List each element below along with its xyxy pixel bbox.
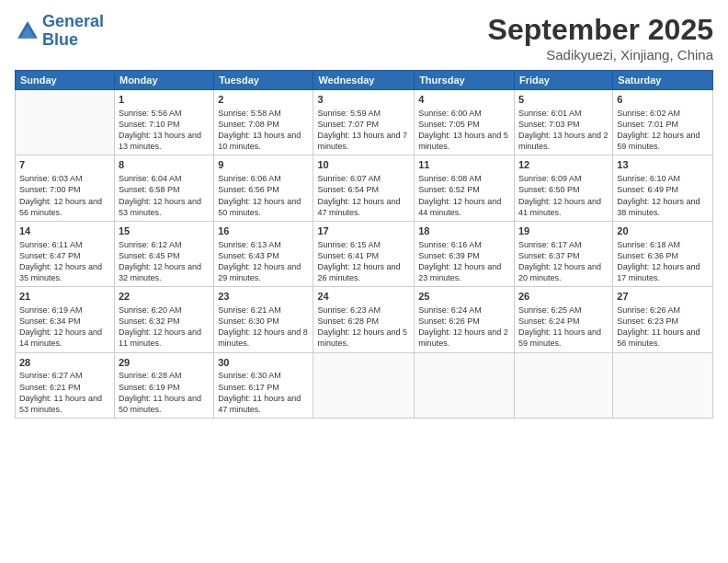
day-number: 10 bbox=[317, 158, 410, 172]
day-number: 19 bbox=[518, 224, 609, 238]
calendar-day: 7Sunrise: 6:03 AMSunset: 7:00 PMDaylight… bbox=[16, 155, 115, 221]
day-info: Sunrise: 6:15 AMSunset: 6:41 PMDaylight:… bbox=[317, 239, 410, 284]
day-info: Sunrise: 6:06 AMSunset: 6:56 PMDaylight:… bbox=[218, 173, 309, 218]
day-number: 25 bbox=[418, 290, 510, 304]
logo-line2: Blue bbox=[42, 30, 78, 49]
calendar-day: 23Sunrise: 6:21 AMSunset: 6:30 PMDayligh… bbox=[214, 287, 313, 352]
calendar-day: 18Sunrise: 6:16 AMSunset: 6:39 PMDayligh… bbox=[415, 221, 515, 286]
day-info: Sunrise: 6:10 AMSunset: 6:49 PMDaylight:… bbox=[617, 173, 709, 218]
day-number: 22 bbox=[119, 290, 210, 304]
title-block: September 2025 Sadikyuezi, Xinjiang, Chi… bbox=[488, 13, 713, 63]
calendar-week-2: 14Sunrise: 6:11 AMSunset: 6:47 PMDayligh… bbox=[16, 221, 713, 286]
calendar-header-thursday: Thursday bbox=[415, 71, 515, 90]
day-info: Sunrise: 6:11 AMSunset: 6:47 PMDaylight:… bbox=[19, 239, 110, 284]
day-number: 17 bbox=[317, 224, 410, 238]
day-info: Sunrise: 6:18 AMSunset: 6:36 PMDaylight:… bbox=[617, 239, 709, 284]
day-number: 1 bbox=[119, 93, 210, 107]
calendar-week-0: 1Sunrise: 5:56 AMSunset: 7:10 PMDaylight… bbox=[16, 90, 713, 155]
calendar-day: 1Sunrise: 5:56 AMSunset: 7:10 PMDaylight… bbox=[114, 90, 213, 155]
day-info: Sunrise: 6:20 AMSunset: 6:32 PMDaylight:… bbox=[119, 304, 210, 350]
calendar-day: 22Sunrise: 6:20 AMSunset: 6:32 PMDayligh… bbox=[114, 287, 213, 352]
header: General Blue September 2025 Sadikyuezi, … bbox=[15, 13, 713, 63]
calendar-day bbox=[415, 352, 515, 418]
day-number: 24 bbox=[317, 290, 410, 304]
day-info: Sunrise: 6:04 AMSunset: 6:58 PMDaylight:… bbox=[119, 173, 210, 218]
calendar-day: 16Sunrise: 6:13 AMSunset: 6:43 PMDayligh… bbox=[214, 221, 313, 286]
day-info: Sunrise: 6:28 AMSunset: 6:19 PMDaylight:… bbox=[119, 370, 210, 415]
day-number: 13 bbox=[617, 158, 709, 172]
calendar-header-sunday: Sunday bbox=[16, 71, 115, 90]
calendar-day: 9Sunrise: 6:06 AMSunset: 6:56 PMDaylight… bbox=[214, 155, 313, 221]
location: Sadikyuezi, Xinjiang, China bbox=[488, 47, 713, 63]
calendar-day: 11Sunrise: 6:08 AMSunset: 6:52 PMDayligh… bbox=[415, 155, 515, 221]
calendar-day: 13Sunrise: 6:10 AMSunset: 6:49 PMDayligh… bbox=[613, 155, 713, 221]
day-number: 30 bbox=[218, 356, 309, 370]
calendar-day: 15Sunrise: 6:12 AMSunset: 6:45 PMDayligh… bbox=[114, 221, 213, 286]
day-number: 2 bbox=[218, 93, 309, 107]
day-info: Sunrise: 6:00 AMSunset: 7:05 PMDaylight:… bbox=[418, 108, 510, 153]
day-number: 16 bbox=[218, 224, 309, 238]
day-number: 27 bbox=[617, 290, 709, 304]
calendar-day: 27Sunrise: 6:26 AMSunset: 6:23 PMDayligh… bbox=[613, 287, 713, 352]
calendar-week-3: 21Sunrise: 6:19 AMSunset: 6:34 PMDayligh… bbox=[16, 287, 713, 352]
day-number: 23 bbox=[218, 290, 309, 304]
day-number: 26 bbox=[518, 290, 609, 304]
day-info: Sunrise: 6:23 AMSunset: 6:28 PMDaylight:… bbox=[317, 304, 410, 350]
day-info: Sunrise: 5:58 AMSunset: 7:08 PMDaylight:… bbox=[218, 108, 309, 153]
day-number: 11 bbox=[418, 158, 510, 172]
calendar-day: 4Sunrise: 6:00 AMSunset: 7:05 PMDaylight… bbox=[415, 90, 515, 155]
calendar-header-tuesday: Tuesday bbox=[214, 71, 313, 90]
day-number: 9 bbox=[218, 158, 309, 172]
day-info: Sunrise: 6:12 AMSunset: 6:45 PMDaylight:… bbox=[119, 239, 210, 284]
day-info: Sunrise: 6:09 AMSunset: 6:50 PMDaylight:… bbox=[518, 173, 609, 218]
calendar-day: 29Sunrise: 6:28 AMSunset: 6:19 PMDayligh… bbox=[114, 352, 213, 418]
calendar-day: 8Sunrise: 6:04 AMSunset: 6:58 PMDaylight… bbox=[114, 155, 213, 221]
day-number: 4 bbox=[418, 93, 510, 107]
logo: General Blue bbox=[15, 13, 104, 50]
day-info: Sunrise: 6:19 AMSunset: 6:34 PMDaylight:… bbox=[19, 304, 110, 350]
day-number: 21 bbox=[19, 290, 110, 304]
calendar-day bbox=[16, 90, 115, 155]
day-info: Sunrise: 6:30 AMSunset: 6:17 PMDaylight:… bbox=[218, 370, 309, 415]
calendar-header-wednesday: Wednesday bbox=[313, 71, 415, 90]
calendar-day: 24Sunrise: 6:23 AMSunset: 6:28 PMDayligh… bbox=[313, 287, 415, 352]
logo-text: General Blue bbox=[42, 13, 104, 50]
day-info: Sunrise: 6:24 AMSunset: 6:26 PMDaylight:… bbox=[418, 304, 510, 350]
day-info: Sunrise: 6:17 AMSunset: 6:37 PMDaylight:… bbox=[518, 239, 609, 284]
calendar-day: 17Sunrise: 6:15 AMSunset: 6:41 PMDayligh… bbox=[313, 221, 415, 286]
logo-line1: General bbox=[42, 12, 104, 30]
day-info: Sunrise: 6:08 AMSunset: 6:52 PMDaylight:… bbox=[418, 173, 510, 218]
day-info: Sunrise: 5:59 AMSunset: 7:07 PMDaylight:… bbox=[317, 108, 410, 153]
day-info: Sunrise: 6:03 AMSunset: 7:00 PMDaylight:… bbox=[19, 173, 110, 218]
day-info: Sunrise: 6:02 AMSunset: 7:01 PMDaylight:… bbox=[617, 108, 709, 153]
day-info: Sunrise: 6:16 AMSunset: 6:39 PMDaylight:… bbox=[418, 239, 510, 284]
day-info: Sunrise: 6:27 AMSunset: 6:21 PMDaylight:… bbox=[19, 370, 110, 415]
day-number: 28 bbox=[19, 356, 110, 370]
calendar-header-friday: Friday bbox=[514, 71, 612, 90]
calendar-day: 19Sunrise: 6:17 AMSunset: 6:37 PMDayligh… bbox=[514, 221, 612, 286]
day-number: 8 bbox=[119, 158, 210, 172]
calendar-day: 28Sunrise: 6:27 AMSunset: 6:21 PMDayligh… bbox=[16, 352, 115, 418]
day-number: 29 bbox=[119, 356, 210, 370]
calendar-day bbox=[313, 352, 415, 418]
calendar-day: 5Sunrise: 6:01 AMSunset: 7:03 PMDaylight… bbox=[514, 90, 612, 155]
day-number: 7 bbox=[19, 158, 110, 172]
day-info: Sunrise: 6:13 AMSunset: 6:43 PMDaylight:… bbox=[218, 239, 309, 284]
calendar-header-monday: Monday bbox=[114, 71, 213, 90]
calendar-day: 20Sunrise: 6:18 AMSunset: 6:36 PMDayligh… bbox=[613, 221, 713, 286]
calendar-day: 3Sunrise: 5:59 AMSunset: 7:07 PMDaylight… bbox=[313, 90, 415, 155]
calendar-day: 10Sunrise: 6:07 AMSunset: 6:54 PMDayligh… bbox=[313, 155, 415, 221]
calendar-week-4: 28Sunrise: 6:27 AMSunset: 6:21 PMDayligh… bbox=[16, 352, 713, 418]
logo-icon bbox=[15, 18, 40, 44]
day-number: 6 bbox=[617, 93, 709, 107]
calendar-header-saturday: Saturday bbox=[613, 71, 713, 90]
day-number: 12 bbox=[518, 158, 609, 172]
day-info: Sunrise: 6:21 AMSunset: 6:30 PMDaylight:… bbox=[218, 304, 309, 350]
calendar-day: 26Sunrise: 6:25 AMSunset: 6:24 PMDayligh… bbox=[514, 287, 612, 352]
day-number: 15 bbox=[119, 224, 210, 238]
calendar-day: 6Sunrise: 6:02 AMSunset: 7:01 PMDaylight… bbox=[613, 90, 713, 155]
calendar-day: 12Sunrise: 6:09 AMSunset: 6:50 PMDayligh… bbox=[514, 155, 612, 221]
day-info: Sunrise: 6:25 AMSunset: 6:24 PMDaylight:… bbox=[518, 304, 609, 350]
day-number: 14 bbox=[19, 224, 110, 238]
day-info: Sunrise: 6:07 AMSunset: 6:54 PMDaylight:… bbox=[317, 173, 410, 218]
